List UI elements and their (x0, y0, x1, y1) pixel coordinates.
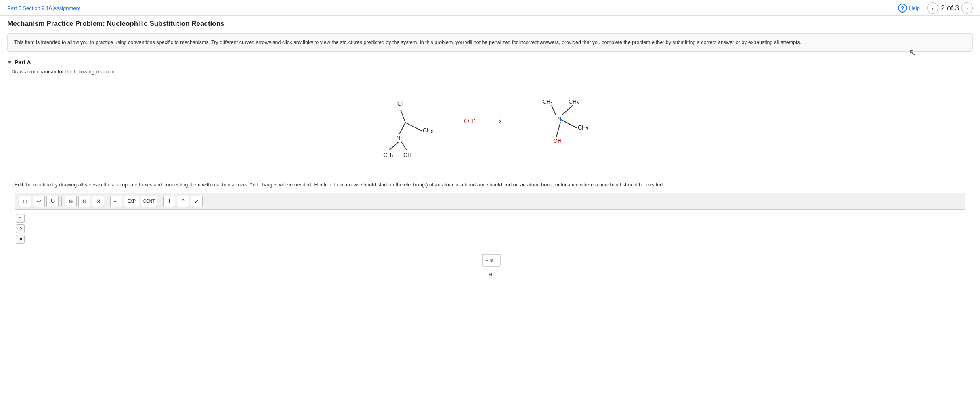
select-button[interactable]: ⊗ (92, 196, 104, 207)
reactant-molecule-svg: Cl CH₃ N CH₃ CH₃ (359, 82, 448, 171)
toolbar-separator-1 (61, 197, 62, 206)
collapse-icon (7, 61, 12, 64)
info-text: This item is intended to allow you to pr… (14, 40, 801, 45)
svg-text:CH₃: CH₃ (423, 127, 433, 134)
svg-text:N: N (396, 134, 400, 141)
part-a-header[interactable]: Part A (7, 59, 973, 65)
breadcrumb: Part 5 Section 9.16 Assignment (7, 5, 80, 11)
svg-line-13 (562, 105, 573, 115)
svg-line-17 (556, 122, 560, 137)
svg-line-15 (561, 120, 577, 128)
product-molecule-svg: CH₃ CH₃ N CH₃ OH (520, 80, 621, 173)
canvas-hint-area: Hint H (470, 252, 510, 286)
svg-line-6 (389, 142, 399, 150)
prev-chevron-icon: ‹ (932, 5, 934, 12)
edit-instruction: Edit the reaction by drawing all steps i… (7, 181, 973, 189)
svg-text:H: H (489, 272, 492, 278)
question-icon: ? (181, 198, 184, 204)
draw-instruction: Draw a mechanism for the following react… (7, 69, 973, 75)
help-icon: ? (898, 4, 907, 13)
top-bar: Part 5 Section 9.16 Assignment ? Help ‹ … (0, 0, 980, 16)
page-wrapper: Part 5 Section 9.16 Assignment ? Help ‹ … (0, 0, 980, 395)
part-a-label: Part A (15, 59, 31, 65)
exp-button[interactable]: EXP (124, 196, 139, 207)
undo-button[interactable]: ↩ (33, 196, 45, 207)
drawing-canvas[interactable]: ↖ ◇ ⊕ Hint H (15, 209, 965, 298)
new-file-button[interactable]: □ (19, 196, 31, 207)
help-label: Help (909, 5, 920, 11)
svg-line-2 (405, 123, 422, 131)
info-banner: This item is intended to allow you to pr… (7, 33, 973, 52)
redo-button[interactable]: ↻ (46, 196, 59, 207)
hydrogen-icon: H± (113, 199, 119, 204)
svg-text:Hint: Hint (485, 258, 493, 263)
svg-text:Cl: Cl (397, 100, 403, 107)
info-button[interactable]: i (163, 196, 175, 207)
svg-line-4 (399, 123, 405, 134)
select-icon: ⊗ (96, 198, 101, 204)
cont-icon: CONT (143, 199, 155, 203)
zoom-in-icon: ⊕ (69, 198, 73, 204)
page-indicator: 2 of 3 (941, 4, 959, 13)
svg-text:CH₃: CH₃ (383, 152, 394, 158)
canvas-plus-tool[interactable]: ⊕ (16, 235, 25, 244)
svg-text:CH₃: CH₃ (403, 152, 414, 158)
svg-line-12 (552, 105, 556, 115)
info-icon: i (168, 198, 170, 204)
reaction-arrow: → (492, 114, 504, 127)
question-button[interactable]: ? (177, 196, 189, 207)
reagent-label: OH- (464, 116, 475, 125)
help-button[interactable]: ? Help (898, 4, 920, 13)
cont-button[interactable]: CONT (141, 196, 157, 207)
page-title-bar: Mechanism Practice Problem: Nucleophilic… (0, 16, 980, 29)
canvas-sidebar-tools: ↖ ◇ ⊕ (16, 214, 25, 244)
page-title: Mechanism Practice Problem: Nucleophilic… (7, 20, 973, 28)
top-bar-right: ? Help ‹ 2 of 3 › (898, 2, 973, 14)
svg-line-8 (401, 142, 407, 150)
expand-icon: ⤢ (195, 198, 199, 204)
toolbar-separator-3 (160, 197, 160, 206)
zoom-out-button[interactable]: ⊖ (78, 196, 90, 207)
next-chevron-icon: › (966, 5, 968, 12)
hydrogen-button[interactable]: H± (110, 196, 122, 207)
pagination: ‹ 2 of 3 › (927, 2, 973, 14)
svg-line-1 (401, 110, 405, 123)
redo-icon: ↻ (50, 198, 55, 204)
expand-button[interactable]: ⤢ (191, 196, 203, 207)
svg-text:CH₃: CH₃ (569, 98, 579, 105)
toolbar-separator-2 (107, 197, 107, 206)
zoom-in-button[interactable]: ⊕ (65, 196, 77, 207)
new-file-icon: □ (23, 198, 27, 204)
svg-text:OH: OH (553, 138, 562, 144)
svg-text:CH₃: CH₃ (578, 124, 588, 131)
canvas-select-tool[interactable]: ↖ (16, 214, 25, 223)
svg-text:N: N (557, 115, 561, 122)
canvas-eraser-tool[interactable]: ◇ (16, 224, 25, 233)
svg-text:CH₃: CH₃ (542, 98, 553, 105)
prev-page-button[interactable]: ‹ (927, 2, 938, 14)
undo-icon: ↩ (37, 198, 41, 204)
reaction-area: Cl CH₃ N CH₃ CH₃ OH- → (7, 80, 973, 173)
next-page-button[interactable]: › (961, 2, 973, 14)
canvas-hint-svg: Hint H (470, 252, 510, 284)
zoom-out-icon: ⊖ (82, 198, 87, 204)
exp-icon: EXP (128, 199, 136, 203)
cursor-icon: ↖ (909, 46, 916, 59)
drawing-toolbar: □ ↩ ↻ ⊕ ⊖ ⊗ H± EXP (15, 193, 965, 209)
part-a-section: Part A Draw a mechanism for the followin… (0, 56, 980, 298)
